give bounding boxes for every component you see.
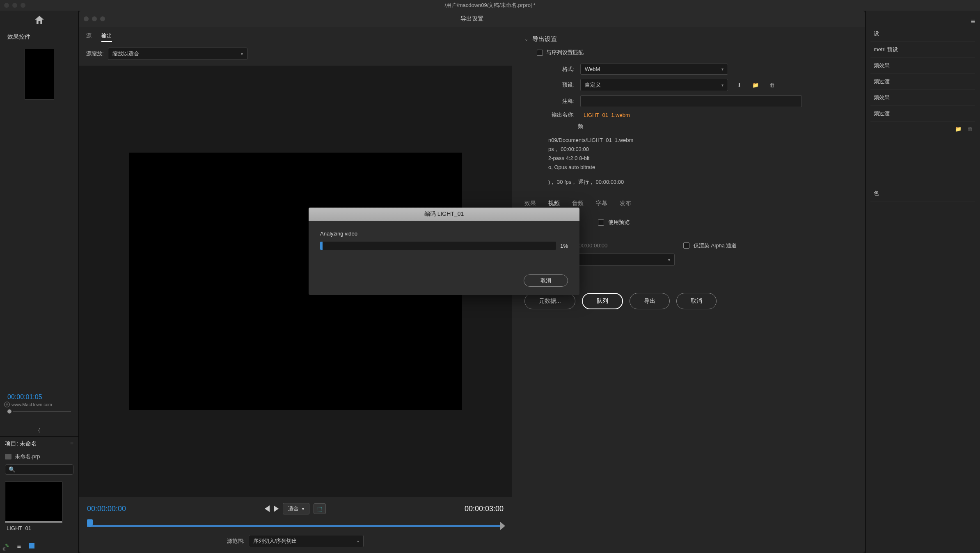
- new-bin-icon[interactable]: 📁: [955, 126, 962, 132]
- format-label: 格式:: [548, 66, 575, 73]
- minimize-dot[interactable]: [12, 3, 17, 8]
- comments-label: 注释:: [548, 98, 575, 105]
- preset-label: 预设:: [548, 81, 575, 89]
- modal-close-dot[interactable]: [84, 16, 89, 21]
- tab-output[interactable]: 输出: [101, 32, 112, 42]
- right-item-3[interactable]: 频过渡: [870, 74, 975, 90]
- right-item-0[interactable]: 设: [870, 26, 975, 42]
- export-settings-section[interactable]: ⌄ 导出设置: [524, 35, 853, 43]
- tab-captions[interactable]: 字幕: [596, 200, 607, 210]
- export-timeline[interactable]: [87, 519, 504, 528]
- end-timecode: 00:00:03:00: [465, 505, 504, 513]
- delete-preset-icon[interactable]: 🗑: [767, 80, 777, 89]
- icon-view-icon[interactable]: [29, 543, 34, 548]
- format-dropdown[interactable]: WebM▾: [580, 64, 728, 75]
- start-timecode[interactable]: 00:00:00:00: [87, 505, 126, 513]
- document-path: /用户/macdown09/文稿/未命名.prproj *: [444, 2, 535, 9]
- window-controls[interactable]: [4, 3, 25, 8]
- aspect-icon[interactable]: ⬚: [314, 503, 326, 514]
- bin-icon: [5, 454, 11, 459]
- export-audio-partial: 频: [578, 123, 583, 130]
- match-sequence-label: 与序列设置匹配: [546, 49, 584, 56]
- output-name-label: 输出名称:: [537, 111, 575, 119]
- output-filename-link[interactable]: LIGHT_01_1.webm: [584, 112, 630, 118]
- project-panel-title: 项目: 未命名: [5, 440, 37, 448]
- source-range-label: 源范围:: [227, 537, 245, 545]
- match-sequence-checkbox[interactable]: [537, 50, 543, 56]
- preset-dropdown[interactable]: 自定义▾: [580, 79, 728, 91]
- source-scale-label: 源缩放:: [86, 50, 104, 57]
- progress-cancel-button[interactable]: 取消: [524, 274, 568, 287]
- zoom-slider[interactable]: [0, 407, 78, 416]
- fit-dropdown[interactable]: 适合▾: [283, 503, 309, 514]
- project-search-input[interactable]: [5, 464, 73, 475]
- modal-zoom-dot[interactable]: [100, 16, 105, 21]
- effect-controls-title: 效果控件: [0, 29, 78, 45]
- list-view-icon[interactable]: ≣: [17, 543, 21, 549]
- queue-button[interactable]: 队列: [582, 293, 623, 309]
- preview-timecode[interactable]: 00:00:01:05: [0, 393, 78, 401]
- modal-min-dot[interactable]: [92, 16, 97, 21]
- save-preset-icon[interactable]: ⬇: [734, 80, 744, 89]
- project-file-row[interactable]: 未命名.prp: [0, 451, 78, 462]
- project-file-name: 未命名.prp: [15, 453, 40, 460]
- use-previews-label: 使用预览: [608, 219, 630, 226]
- right-item-6[interactable]: 色: [870, 185, 975, 201]
- panel-menu-icon[interactable]: ≡: [70, 441, 73, 447]
- source-scale-dropdown[interactable]: 缩放以适合▾: [108, 48, 247, 60]
- main-titlebar: /用户/macdown09/文稿/未命名.prproj *: [0, 0, 980, 11]
- trash-icon[interactable]: 🗑: [967, 126, 973, 132]
- close-dot[interactable]: [4, 3, 9, 8]
- home-button[interactable]: [0, 11, 78, 29]
- right-item-1[interactable]: metri 预设: [870, 42, 975, 58]
- import-preset-icon[interactable]: 📁: [750, 80, 761, 89]
- right-item-2[interactable]: 频效果: [870, 58, 975, 74]
- chevron-down-icon: ⌄: [524, 37, 528, 42]
- alpha-only-label: 仅渲染 Alpha 通道: [694, 242, 737, 249]
- progress-status-text: Analyzing video: [320, 231, 568, 237]
- out-point-icon[interactable]: [500, 522, 505, 530]
- alpha-only-checkbox[interactable]: [683, 242, 689, 249]
- right-item-5[interactable]: 频过渡: [870, 106, 975, 122]
- clip-thumbnail[interactable]: [5, 482, 62, 523]
- progress-percent: 1%: [560, 243, 568, 249]
- creative-cloud-icon[interactable]: ◐: [2, 546, 7, 551]
- cancel-button[interactable]: 取消: [676, 293, 717, 309]
- clip-name-label: LIGHT_01: [5, 523, 62, 534]
- project-clip-item[interactable]: LIGHT_01: [5, 482, 62, 534]
- playhead[interactable]: [87, 519, 93, 527]
- source-preview-thumb: [25, 49, 54, 100]
- tab-source[interactable]: 源: [86, 32, 92, 42]
- progress-bar: [320, 242, 556, 250]
- export-window-header: 导出设置: [79, 11, 865, 27]
- step-forward-button[interactable]: [274, 505, 279, 512]
- source-range-dropdown[interactable]: 序列切入/序列切出▾: [249, 535, 364, 547]
- right-item-4[interactable]: 频效果: [870, 90, 975, 106]
- export-button[interactable]: 导出: [630, 293, 670, 309]
- start-tc-input[interactable]: [576, 242, 650, 249]
- right-panel-menu-icon[interactable]: ≡: [870, 17, 975, 26]
- watermark-text: M www.MacDown.com: [0, 402, 78, 407]
- comments-input[interactable]: [580, 95, 802, 107]
- summary-block: n09/Documents/LIGHT_01_1.webm ps， 00:00:…: [548, 136, 853, 187]
- progress-dialog-title: 编码 LIGHT_01: [309, 208, 579, 221]
- zoom-dot[interactable]: [21, 3, 25, 8]
- use-previews-checkbox[interactable]: [598, 219, 604, 226]
- export-window-title: 导出设置: [460, 15, 483, 23]
- step-back-button[interactable]: [265, 505, 270, 512]
- tab-publish[interactable]: 发布: [620, 200, 631, 210]
- encoding-progress-dialog: 编码 LIGHT_01 Analyzing video 1% 取消: [309, 208, 579, 295]
- metadata-button[interactable]: 元数据...: [524, 293, 575, 309]
